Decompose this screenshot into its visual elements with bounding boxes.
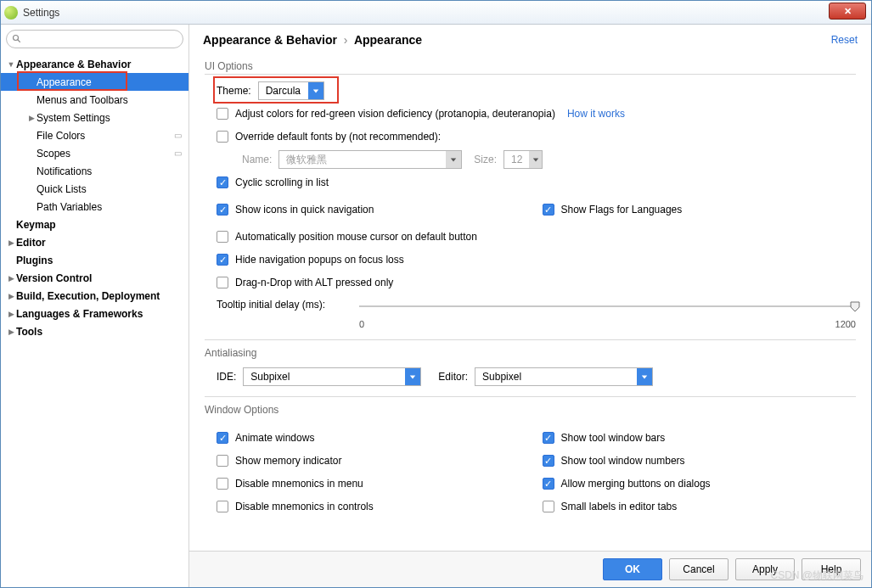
font-size-select[interactable]: 12	[504, 150, 543, 169]
tree-item-label: Languages & Frameworks	[16, 308, 182, 320]
tree-item-label: Build, Execution, Deployment	[16, 290, 182, 302]
tooltip-delay-slider[interactable]: Tooltip initial delay (ms):	[217, 299, 856, 314]
aa-ide-value: Subpixel	[244, 371, 405, 383]
aa-ide-select[interactable]: Subpixel	[243, 367, 421, 386]
tree-item-label: System Settings	[37, 112, 182, 124]
theme-label: Theme:	[217, 85, 251, 97]
dialog-footer: OK Cancel Apply Help	[189, 551, 871, 587]
animate-windows-checkbox[interactable]	[217, 432, 228, 444]
tree-item[interactable]: ▶System Settings	[1, 109, 188, 126]
font-name-value: 微软雅黑	[279, 153, 446, 167]
aa-editor-select[interactable]: Subpixel	[475, 367, 653, 386]
slider-thumb-icon[interactable]	[849, 300, 861, 312]
tree-item[interactable]: Menus and Toolbars	[1, 91, 188, 109]
tree-item[interactable]: Notifications	[1, 162, 188, 180]
tree-item-label: Appearance	[37, 76, 182, 88]
chevron-right-icon: ▶	[6, 310, 16, 318]
disable-mnemonics-controls-label: Disable mnemonics in controls	[235, 501, 374, 512]
auto-position-cursor-checkbox[interactable]	[217, 231, 228, 243]
svg-marker-3	[451, 158, 456, 161]
svg-marker-2	[312, 89, 318, 92]
search-input[interactable]	[25, 33, 177, 45]
font-name-select[interactable]: 微软雅黑	[278, 150, 462, 169]
tree-item[interactable]: ▶Languages & Frameworks	[1, 305, 188, 322]
tree-item[interactable]: File Colors▭	[1, 126, 188, 144]
chevron-down-icon	[446, 151, 461, 168]
cancel-button[interactable]: Cancel	[669, 558, 729, 580]
settings-panel: UI Options Theme: Darcula Adjust colors …	[189, 52, 871, 551]
adjust-colors-checkbox[interactable]	[217, 108, 228, 120]
window-title: Settings	[23, 7, 59, 19]
help-button[interactable]: Help	[802, 558, 861, 580]
cyclic-scrolling-checkbox[interactable]	[217, 176, 228, 188]
tree-item-label: Path Variables	[37, 201, 182, 213]
ok-button[interactable]: OK	[603, 558, 662, 580]
show-tool-window-bars-checkbox[interactable]	[543, 432, 554, 444]
how-it-works-link[interactable]: How it works	[567, 108, 625, 120]
show-icons-quicknav-checkbox[interactable]	[217, 204, 228, 216]
section-ui-options: UI Options	[205, 60, 856, 75]
tree-item-label: Tools	[16, 326, 182, 338]
breadcrumb: Appearance & Behavior › Appearance	[203, 33, 422, 47]
settings-tree[interactable]: ▼Appearance & BehaviorAppearanceMenus an…	[1, 52, 188, 587]
theme-select[interactable]: Darcula	[258, 81, 324, 100]
tree-item[interactable]: ▼Appearance & Behavior	[1, 55, 188, 73]
chevron-down-icon	[637, 368, 652, 385]
titlebar: Settings ✕	[1, 1, 871, 25]
theme-value: Darcula	[259, 85, 308, 97]
sidebar: ▼Appearance & BehaviorAppearanceMenus an…	[1, 25, 189, 587]
show-memory-checkbox[interactable]	[217, 455, 228, 467]
disable-mnemonics-menu-checkbox[interactable]	[217, 478, 228, 490]
breadcrumb-parent: Appearance & Behavior	[203, 33, 337, 47]
section-window-options: Window Options	[205, 404, 856, 417]
window-close-button[interactable]: ✕	[829, 3, 866, 20]
chevron-down-icon	[308, 82, 323, 99]
tree-item[interactable]: ▶Version Control	[1, 269, 188, 287]
section-antialiasing: Antialiasing	[205, 347, 856, 361]
tree-item[interactable]: Plugins	[1, 251, 188, 269]
tree-item[interactable]: ▶Build, Execution, Deployment	[1, 287, 188, 305]
tree-item[interactable]: Keymap	[1, 216, 188, 233]
tree-item-label: Notifications	[37, 165, 182, 177]
tree-item-label: Editor	[16, 237, 182, 249]
drag-drop-alt-label: Drag-n-Drop with ALT pressed only	[235, 277, 393, 288]
chevron-down-icon	[529, 151, 542, 168]
allow-merging-buttons-checkbox[interactable]	[543, 478, 554, 490]
breadcrumb-sep: ›	[344, 33, 348, 47]
override-fonts-checkbox[interactable]	[217, 131, 228, 143]
override-fonts-label: Override default fonts by (not recommend…	[235, 131, 441, 143]
tree-item-label: Keymap	[16, 219, 182, 231]
show-flags-languages-checkbox[interactable]	[543, 204, 554, 216]
tree-item[interactable]: Path Variables	[1, 198, 188, 216]
search-input-wrap[interactable]	[6, 30, 183, 48]
tree-item[interactable]: Scopes▭	[1, 144, 188, 162]
drag-drop-alt-checkbox[interactable]	[217, 277, 228, 288]
chevron-right-icon: ▶	[6, 274, 16, 283]
show-tool-window-numbers-checkbox[interactable]	[543, 455, 554, 467]
reset-link[interactable]: Reset	[831, 34, 858, 46]
chevron-right-icon: ▶	[26, 114, 37, 122]
font-size-label: Size:	[474, 154, 497, 165]
app-icon	[4, 6, 18, 20]
tree-item-label: Menus and Toolbars	[37, 94, 182, 106]
allow-merging-buttons-label: Allow merging buttons on dialogs	[561, 478, 711, 490]
hide-nav-popups-checkbox[interactable]	[217, 254, 228, 266]
aa-editor-label: Editor:	[438, 371, 468, 383]
tree-item[interactable]: Quick Lists	[1, 180, 188, 198]
svg-marker-4	[533, 158, 538, 161]
project-scope-icon: ▭	[174, 148, 182, 158]
aa-ide-label: IDE:	[217, 371, 236, 383]
disable-mnemonics-controls-checkbox[interactable]	[217, 501, 228, 512]
tree-item-label: Quick Lists	[37, 183, 182, 195]
aa-editor-value: Subpixel	[475, 371, 637, 383]
project-scope-icon: ▭	[174, 131, 182, 140]
tree-item[interactable]: Appearance	[1, 73, 188, 91]
cyclic-scrolling-label: Cyclic scrolling in list	[235, 176, 329, 188]
tree-item[interactable]: ▶Editor	[1, 233, 188, 251]
animate-windows-label: Animate windows	[235, 432, 314, 444]
apply-button[interactable]: Apply	[735, 558, 795, 580]
tooltip-delay-label: Tooltip initial delay (ms):	[217, 299, 325, 311]
chevron-down-icon	[405, 368, 420, 385]
tree-item[interactable]: ▶Tools	[1, 322, 188, 340]
small-labels-tabs-checkbox[interactable]	[543, 501, 554, 512]
